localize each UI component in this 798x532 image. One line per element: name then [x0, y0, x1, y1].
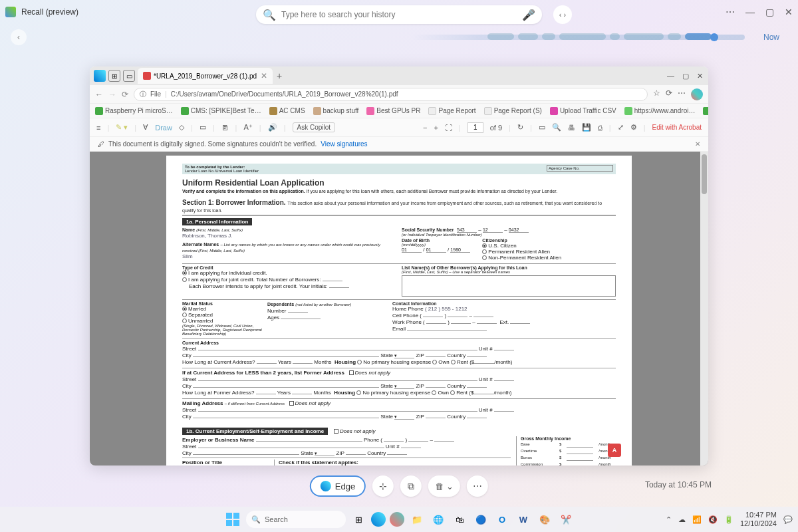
zoom-out-icon[interactable]: − [423, 124, 427, 132]
address-bar[interactable]: ⓘ File | C:/Users/avram/OneDrive/Documen… [134, 88, 648, 101]
maximize-icon[interactable]: ▢ [765, 7, 774, 17]
copilot-taskbar-icon[interactable] [390, 512, 404, 527]
view-signatures-link[interactable]: View signatures [321, 140, 367, 148]
find-icon[interactable]: 🔍 [552, 123, 561, 132]
explorer-icon[interactable]: 📁 [408, 511, 426, 528]
browser-close-icon[interactable]: ✕ [697, 72, 703, 80]
ask-copilot-button[interactable]: Ask Copilot [293, 122, 336, 132]
chrome-icon[interactable]: 🔵 [472, 511, 489, 528]
font-size-icon[interactable]: A⁺ [243, 123, 252, 132]
sync-icon[interactable]: ⟳ [666, 88, 672, 100]
bookmark[interactable]: Cloned AOP articles [703, 107, 708, 115]
taskbar-search[interactable]: 🔍Search [246, 511, 346, 528]
refresh-icon[interactable]: ⟳ [122, 90, 128, 99]
text-icon[interactable]: 🖹 [221, 124, 229, 132]
browser-maximize-icon[interactable]: ▢ [682, 72, 689, 80]
signature-bar: 🖊 This document is digitally signed. Som… [90, 137, 708, 152]
mic-icon[interactable]: 🎤 [522, 9, 535, 21]
pdf-page[interactable]: To be completed by the Lender:Lender Loa… [166, 156, 632, 466]
browser-tab[interactable]: *URLA_2019_Borrower_v28 (1).pd ✕ [138, 68, 273, 84]
sig-close-icon[interactable]: ✕ [695, 140, 700, 148]
bookmark[interactable]: https://www.androi… [624, 107, 696, 115]
back-button[interactable]: ‹ [11, 29, 27, 45]
fit-icon[interactable]: ⛶ [445, 124, 452, 132]
favorite-icon[interactable]: ☆ [653, 88, 660, 100]
signature-icon: 🖊 [98, 140, 104, 148]
code-button[interactable]: ‹ › [553, 5, 572, 24]
app-icon [5, 7, 16, 17]
bookmark[interactable]: Page Report (S) [484, 107, 542, 115]
pen-icon[interactable]: ✎ ▾ [116, 123, 128, 132]
text-select-icon[interactable]: ∀ [143, 123, 148, 132]
outlook-icon[interactable]: O [493, 511, 511, 528]
paint-icon[interactable]: 🎨 [536, 511, 553, 528]
tab-close-icon[interactable]: ✕ [261, 71, 267, 80]
close-icon[interactable]: ✕ [785, 7, 793, 17]
save-as-icon[interactable]: ⎙ [598, 124, 602, 132]
clock[interactable]: 10:47 PM 12/10/2024 [740, 511, 777, 528]
app-title: Recall (preview) [21, 7, 78, 17]
search-input[interactable] [281, 10, 517, 19]
notifications-icon[interactable]: 💬 [783, 515, 793, 524]
store-icon[interactable]: 🛍 [451, 511, 468, 528]
timeline[interactable] [37, 35, 745, 40]
bookmark[interactable]: Best GPUs PR [366, 107, 420, 115]
edge-legacy-icon[interactable]: 🌐 [430, 511, 447, 528]
menu-icon[interactable]: ⋯ [678, 88, 686, 100]
edge-taskbar-icon[interactable] [371, 512, 386, 527]
zoom-in-icon[interactable]: + [434, 124, 438, 132]
bookmark[interactable]: Raspberry Pi microS… [95, 107, 173, 115]
new-tab-button[interactable]: + [277, 70, 282, 81]
open-edge-button[interactable]: Edge [310, 475, 366, 497]
draw-button[interactable]: Draw [155, 124, 172, 132]
history-search[interactable]: 🔍 🎤 [256, 5, 542, 24]
tab-actions-icon[interactable]: ▭ [123, 70, 135, 82]
pdf-toolbar: ≡ | ✎ ▾ | ∀ Draw ◇ | ▭ | 🖹 | A⁺ | 🔊 | As… [90, 118, 708, 137]
eraser-icon[interactable]: ◇ [179, 123, 184, 132]
more-button[interactable]: ⋯ [467, 475, 488, 497]
save-icon[interactable]: 💾 [582, 123, 591, 132]
edge-icon[interactable] [94, 70, 106, 82]
page-view-icon[interactable]: ▭ [539, 123, 545, 132]
tray-overflow-icon[interactable]: ⌃ [666, 515, 672, 524]
print-icon[interactable]: 🖶 [568, 124, 575, 132]
rotate-icon[interactable]: ↻ [517, 123, 523, 132]
bookmark[interactable]: Page Report [428, 107, 475, 115]
volume-icon[interactable]: 🔇 [708, 515, 718, 524]
read-aloud-icon[interactable]: 🔊 [268, 123, 277, 132]
snip-icon[interactable]: ✂️ [557, 511, 575, 528]
wifi-icon[interactable]: 📶 [692, 515, 702, 524]
fullscreen-icon[interactable]: ⤢ [618, 123, 624, 132]
contents-icon[interactable]: ≡ [96, 124, 100, 132]
delete-button[interactable]: 🗑⌄ [428, 475, 460, 497]
nav-forward-icon: → [108, 90, 116, 99]
snapshot-time: Today at 10:45 PM [645, 480, 712, 489]
onedrive-icon[interactable]: ☁ [678, 515, 686, 524]
nav-back-icon[interactable]: ← [95, 90, 103, 99]
task-view-icon[interactable]: ⊞ [350, 511, 367, 528]
svg-rect-0 [226, 513, 232, 519]
copy-button[interactable]: ⧉ [400, 475, 422, 497]
bookmark[interactable]: AC CMS [269, 107, 305, 115]
start-button[interactable] [223, 510, 242, 529]
now-button[interactable]: Now [755, 30, 787, 45]
crop-button[interactable]: ⊹ [372, 475, 394, 497]
bookmark[interactable]: backup stuff [313, 107, 359, 115]
browser-minimize-icon[interactable]: — [667, 72, 674, 80]
taskbar: 🔍Search ⊞ 📁 🌐 🛍 🔵 O W 🎨 ✂️ ⌃ ☁ 📶 🔇 🔋 10:… [0, 507, 798, 532]
word-icon[interactable]: W [515, 511, 532, 528]
page-input[interactable] [467, 122, 483, 133]
bookmark[interactable]: Upload Traffic CSV [550, 107, 616, 115]
page-info-icon[interactable]: ⓘ [140, 90, 146, 99]
battery-icon[interactable]: 🔋 [724, 515, 733, 524]
minimize-icon[interactable]: — [745, 7, 755, 17]
bookmark[interactable]: CMS: [SPIKE]Best Te… [181, 107, 261, 115]
menu-icon[interactable]: ⋯ [726, 7, 735, 17]
scrollbar[interactable] [700, 152, 708, 466]
settings-icon[interactable]: ⚙ [630, 123, 637, 132]
highlight-icon[interactable]: ▭ [200, 123, 206, 132]
edit-acrobat-button[interactable]: Edit with Acrobat [652, 124, 702, 131]
workspaces-icon[interactable]: ⊞ [108, 70, 120, 82]
copilot-icon[interactable] [691, 88, 703, 100]
svg-rect-3 [233, 520, 239, 526]
